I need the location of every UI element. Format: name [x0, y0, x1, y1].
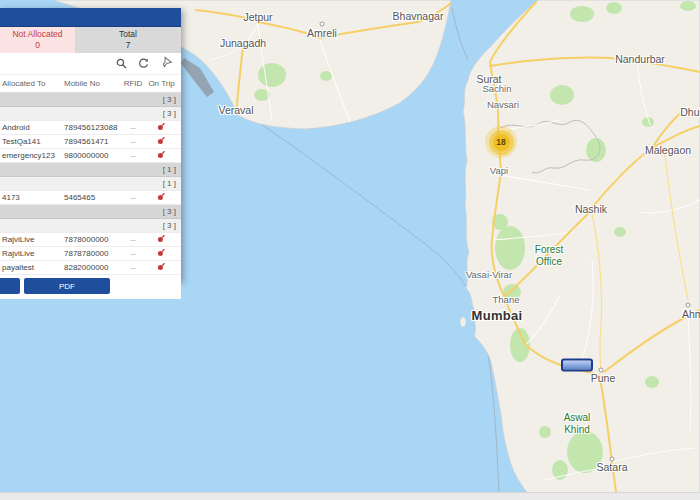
cell-rfid: --: [120, 137, 146, 146]
map-label-jetpur: Jetpur: [243, 11, 272, 23]
cell-allocated-to: RajviLive: [0, 249, 64, 258]
map-label-navsari: Navsari: [487, 100, 519, 111]
group-count-badge: [ 3 ]: [163, 95, 181, 104]
not-allocated-value: 0: [0, 40, 75, 51]
map-label-bhavnagar: Bhavnagar: [393, 10, 444, 22]
map-label-pune: Pune: [591, 372, 616, 384]
on-trip-status-icon: [157, 150, 166, 159]
cell-rfid: --: [120, 123, 146, 132]
table-row-group[interactable]: [ 3 ]: [0, 205, 181, 219]
cell-rfid: --: [120, 193, 146, 202]
island-mumbai: [460, 317, 466, 327]
table-row-data[interactable]: Android789456123088--: [0, 121, 181, 135]
panel-toolbar: [0, 53, 181, 75]
group-count-badge: [ 1 ]: [163, 179, 181, 188]
table-row-group[interactable]: [ 3 ]: [0, 93, 181, 107]
marker-cluster[interactable]: 18: [485, 126, 517, 158]
on-trip-status-icon: [157, 122, 166, 131]
cell-mobile-no: 7878780000: [64, 249, 120, 258]
cell-mobile-no: 5465465: [64, 193, 120, 202]
town-dot: [686, 303, 691, 308]
search-icon[interactable]: [116, 58, 127, 69]
cell-on-trip: [146, 192, 177, 203]
map-label-vasai-virar: Vasai-Virar: [466, 270, 512, 281]
cell-allocated-to: 4173: [0, 193, 64, 202]
table-row-data[interactable]: RajviLive7878000000--: [0, 233, 181, 247]
table-row-group[interactable]: [ 1 ]: [0, 163, 181, 177]
group-count-badge: [ 3 ]: [163, 221, 181, 230]
map-label-nashik: Nashik: [575, 203, 607, 215]
cell-on-trip: [146, 234, 177, 245]
cluster-count: 18: [493, 134, 510, 151]
table-row-data[interactable]: emergency1239800000000--: [0, 149, 181, 163]
bottom-edge-bar: [0, 492, 700, 500]
map-label-malegaon: Malegaon: [645, 144, 691, 156]
cell-rfid: --: [120, 249, 146, 258]
panel-title-bar[interactable]: [0, 8, 181, 27]
map-label-veraval: Veraval: [218, 104, 253, 116]
cell-allocated-to: emergency123: [0, 151, 64, 160]
not-allocated-label: Not Allocated: [0, 29, 75, 40]
map-label-dhule: Dhule: [680, 106, 700, 118]
map-label-sachin: Sachin: [482, 84, 511, 95]
cell-mobile-no: 789456123088: [64, 123, 120, 132]
map-label-mumbai: Mumbai: [472, 309, 523, 324]
table-row-data[interactable]: payaltest8282000000--: [0, 261, 181, 275]
cell-rfid: --: [120, 263, 146, 272]
map-label-junagadh: Junagadh: [220, 37, 266, 49]
allocation-panel: Not Allocated 0 Total 7 Allocated ToMobi…: [0, 8, 181, 281]
column-header-allocated-to[interactable]: Allocated To: [0, 79, 64, 88]
map-label-amreli: Amreli: [307, 27, 337, 39]
cell-mobile-no: 7894561471: [64, 137, 120, 146]
map-label-aswal: Aswal Khind: [564, 412, 591, 435]
table-row-data[interactable]: TestQa1417894561471--: [0, 135, 181, 149]
cell-on-trip: [146, 122, 177, 133]
table-body: [ 3 ][ 3 ]Android789456123088--TestQa141…: [0, 93, 181, 275]
cell-allocated-to: Android: [0, 123, 64, 132]
table-row-subgroup[interactable]: [ 1 ]: [0, 177, 181, 191]
cell-rfid: --: [120, 151, 146, 160]
town-dot: [599, 368, 604, 373]
total-value: 7: [75, 40, 181, 51]
cell-allocated-to: TestQa141: [0, 137, 64, 146]
map-label-satara: Satara: [597, 461, 628, 473]
refresh-icon[interactable]: [138, 58, 149, 69]
pdf-button[interactable]: PDF: [24, 278, 110, 294]
map-label-thane: Thane: [493, 295, 520, 306]
on-trip-status-icon: [157, 234, 166, 243]
total-label: Total: [75, 29, 181, 40]
on-trip-status-icon: [157, 248, 166, 257]
map-label-nandurbar: Nandurbar: [615, 53, 665, 65]
table-row-data[interactable]: 41735465465--: [0, 191, 181, 205]
vehicle-marker[interactable]: [561, 359, 593, 372]
on-trip-status-icon: [157, 136, 166, 145]
table-row-data[interactable]: RajviLive7878780000--: [0, 247, 181, 261]
filter-icon[interactable]: [158, 55, 174, 71]
panel-buttons-row: PDF: [0, 275, 181, 299]
stat-total[interactable]: Total 7: [75, 27, 181, 53]
column-header-on-trip[interactable]: On Trip: [146, 79, 177, 88]
cell-mobile-no: 7878000000: [64, 235, 120, 244]
cell-rfid: --: [120, 235, 146, 244]
group-count-badge: [ 3 ]: [163, 207, 181, 216]
action-button-partial[interactable]: [0, 278, 20, 294]
cell-on-trip: [146, 262, 177, 273]
cell-mobile-no: 8282000000: [64, 263, 120, 272]
table-row-subgroup[interactable]: [ 3 ]: [0, 219, 181, 233]
cell-on-trip: [146, 136, 177, 147]
map-label-ahmadnagar: Ahmadnagar: [682, 308, 700, 320]
cell-on-trip: [146, 248, 177, 259]
column-header-rfid[interactable]: RFID: [120, 79, 146, 88]
group-count-badge: [ 1 ]: [163, 165, 181, 174]
cell-allocated-to: RajviLive: [0, 235, 64, 244]
on-trip-status-icon: [157, 262, 166, 271]
town-dot: [610, 457, 615, 462]
column-header-mobile-no[interactable]: Mobile No: [64, 79, 120, 88]
map-label-forest: Forest Office: [535, 244, 563, 267]
map-label-vapi: Vapi: [490, 166, 508, 177]
table-header-row: Allocated ToMobile NoRFIDOn Trip: [0, 75, 181, 93]
table-row-subgroup[interactable]: [ 3 ]: [0, 107, 181, 121]
stats-row: Not Allocated 0 Total 7: [0, 27, 181, 53]
group-count-badge: [ 3 ]: [163, 109, 181, 118]
stat-not-allocated[interactable]: Not Allocated 0: [0, 27, 75, 53]
